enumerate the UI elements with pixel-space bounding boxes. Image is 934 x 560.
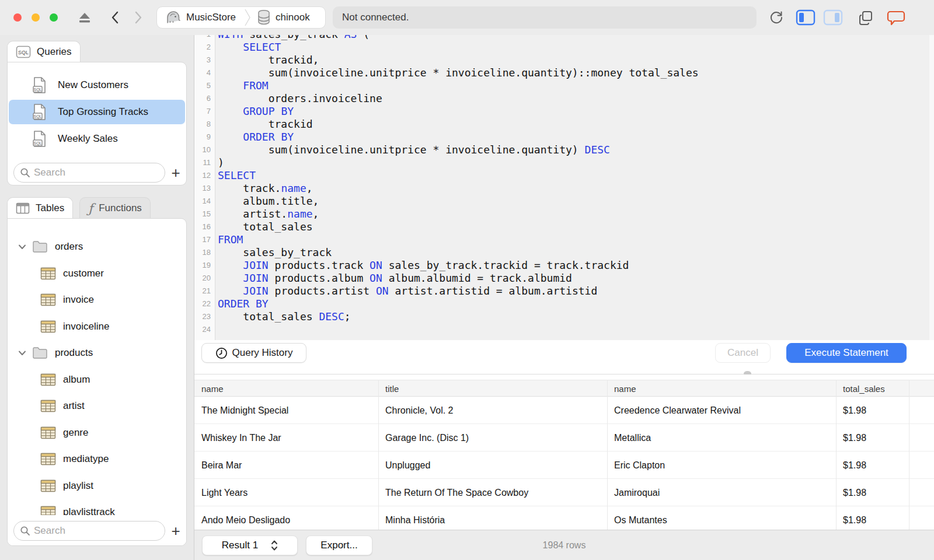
execute-statement-button[interactable]: Execute Statement — [786, 343, 907, 363]
code-line[interactable]: ORDER BY — [218, 298, 934, 310]
table-cell[interactable]: $1.98 — [836, 452, 909, 479]
chevron-down-icon[interactable] — [18, 244, 26, 250]
code-line[interactable]: sales_by_track — [218, 246, 934, 259]
table-cell[interactable]: Whiskey In The Jar — [194, 424, 378, 452]
table-cell[interactable]: Ando Meio Desligado — [194, 506, 378, 530]
code-line[interactable]: total_sales — [218, 220, 934, 233]
code-line[interactable]: orders.invoiceline — [218, 92, 934, 105]
code-line[interactable]: album.title, — [218, 195, 934, 208]
code-line[interactable]: SELECT — [218, 169, 934, 182]
table-cell[interactable]: Garage Inc. (Disc 1) — [378, 424, 607, 452]
query-history-button[interactable]: Query History — [201, 343, 306, 363]
column-divider[interactable] — [378, 380, 379, 530]
tab-queries[interactable]: SQL Queries — [7, 41, 81, 62]
code-line[interactable]: GROUP BY — [218, 105, 934, 118]
add-query-button[interactable]: + — [168, 163, 184, 183]
table-row[interactable]: Beira MarUnpluggedEric Clapton$1.98 — [194, 452, 934, 479]
column-divider[interactable] — [836, 380, 837, 530]
table-cell[interactable]: Eric Clapton — [607, 452, 836, 479]
zoom-window-button[interactable] — [50, 13, 58, 22]
table-cell[interactable]: The Midnight Special — [194, 397, 378, 424]
table-cell[interactable]: Light Years — [194, 479, 378, 506]
table-cell[interactable]: Minha História — [378, 506, 607, 530]
column-divider[interactable] — [607, 380, 608, 530]
cancel-button[interactable]: Cancel — [715, 343, 771, 363]
table-cell[interactable]: $1.98 — [836, 397, 909, 424]
add-table-button[interactable]: + — [168, 521, 184, 541]
tree-table-row[interactable]: playlist — [8, 474, 93, 498]
table-cell[interactable]: Beira Mar — [194, 452, 378, 479]
tree-table-row[interactable]: artist — [8, 394, 85, 418]
code-line[interactable]: total_sales DESC; — [218, 310, 934, 323]
query-list-item[interactable]: SQL Top Grossing Tracks — [9, 100, 185, 124]
tree-folder-row[interactable]: products — [8, 341, 93, 365]
table-cell[interactable]: Chronicle, Vol. 2 — [378, 397, 607, 424]
code-line[interactable]: JOIN products.track ON sales_by_track.tr… — [218, 259, 934, 272]
code-line[interactable]: sum(invoiceline.unitprice * invoiceline.… — [218, 144, 934, 156]
code-line[interactable]: FROM — [218, 79, 934, 92]
table-cell[interactable]: Metallica — [607, 424, 836, 452]
code-line[interactable]: ) — [218, 156, 934, 169]
table-cell[interactable]: Creedence Clearwater Revival — [607, 397, 836, 424]
refresh-icon[interactable] — [766, 8, 786, 27]
tables-search-field[interactable] — [13, 521, 165, 541]
code-line[interactable]: SELECT — [218, 41, 934, 54]
forward-button[interactable] — [128, 8, 148, 27]
table-row[interactable]: Ando Meio DesligadoMinha HistóriaOs Muta… — [194, 506, 934, 530]
feedback-chat-icon[interactable] — [886, 8, 906, 27]
queries-search-field[interactable] — [13, 163, 165, 183]
table-cell[interactable]: $1.98 — [836, 506, 909, 530]
code-line[interactable]: WITH sales_by_track AS ( — [218, 35, 934, 41]
query-list-item[interactable]: SQL New Customers — [9, 73, 185, 97]
table-row[interactable]: Whiskey In The JarGarage Inc. (Disc 1)Me… — [194, 424, 934, 452]
code-line[interactable]: FROM — [218, 233, 934, 246]
toggle-right-sidebar-icon[interactable] — [823, 8, 843, 27]
tables-search-input[interactable] — [34, 525, 149, 537]
column-header[interactable]: title — [378, 380, 607, 397]
code-line[interactable] — [218, 323, 934, 336]
column-header[interactable]: total_sales — [836, 380, 909, 397]
breadcrumb-database[interactable]: MusicStore — [186, 12, 236, 23]
table-cell[interactable]: $1.98 — [836, 479, 909, 506]
tree-folder-row[interactable]: orders — [8, 235, 83, 258]
tree-table-row[interactable]: genre — [8, 421, 88, 444]
column-header[interactable]: name — [607, 380, 836, 397]
minimize-window-button[interactable] — [32, 13, 40, 22]
breadcrumb-schema[interactable]: chinook — [276, 12, 310, 23]
table-cell[interactable]: $1.98 — [836, 424, 909, 452]
code-line[interactable]: sum(invoiceline.unitprice * invoiceline.… — [218, 66, 934, 79]
tree-table-row[interactable]: invoiceline — [8, 315, 109, 338]
table-cell[interactable]: Jamiroquai — [607, 479, 836, 506]
code-line[interactable]: JOIN products.album ON album.albumid = t… — [218, 272, 934, 285]
table-cell[interactable]: Os Mutantes — [607, 506, 836, 530]
column-header[interactable]: name — [194, 380, 378, 397]
editor-scrollbar[interactable] — [929, 35, 934, 340]
code-line[interactable]: ORDER BY — [218, 131, 934, 144]
sql-code[interactable]: WITH sales_by_track AS ( SELECT trackid,… — [218, 35, 934, 336]
table-cell[interactable]: The Return Of The Space Cowboy — [378, 479, 607, 506]
column-divider[interactable] — [909, 380, 909, 530]
table-cell[interactable]: Unplugged — [378, 452, 607, 479]
chevron-down-icon[interactable] — [18, 350, 26, 356]
code-line[interactable]: trackid, — [218, 54, 934, 66]
back-button[interactable] — [105, 8, 125, 27]
eject-icon[interactable] — [75, 8, 95, 27]
tab-functions[interactable]: ƒ Functions — [79, 197, 151, 219]
tree-table-row[interactable]: mediatype — [8, 447, 109, 471]
query-list-item[interactable]: SQL Weekly Sales — [9, 127, 185, 151]
tree-table-row[interactable]: album — [8, 368, 90, 391]
code-line[interactable]: track.name, — [218, 182, 934, 195]
table-row[interactable]: Light YearsThe Return Of The Space Cowbo… — [194, 479, 934, 506]
toggle-left-sidebar-icon[interactable] — [796, 8, 815, 27]
code-line[interactable]: JOIN products.artist ON artist.artistid … — [218, 285, 934, 298]
code-line[interactable]: trackid — [218, 118, 934, 131]
tree-table-row[interactable]: invoice — [8, 288, 94, 312]
code-line[interactable]: artist.name, — [218, 208, 934, 220]
tab-tables[interactable]: Tables — [7, 197, 73, 219]
windows-icon[interactable] — [856, 8, 876, 27]
tree-table-row[interactable]: customer — [8, 262, 104, 285]
sql-editor[interactable]: 123456789101112131415161718192021222324 … — [194, 35, 934, 340]
queries-search-input[interactable] — [34, 167, 149, 178]
table-row[interactable]: The Midnight SpecialChronicle, Vol. 2Cre… — [194, 397, 934, 424]
close-window-button[interactable] — [13, 13, 22, 22]
